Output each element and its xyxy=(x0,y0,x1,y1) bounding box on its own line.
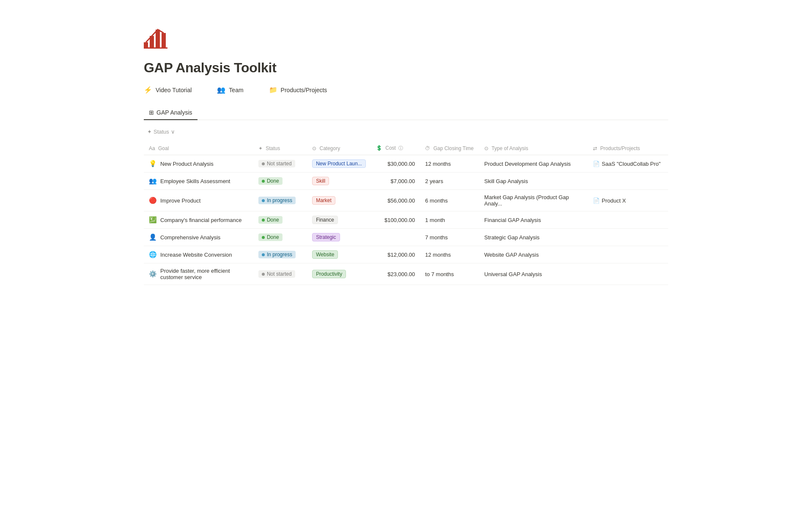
cell-category-1[interactable]: Skill xyxy=(307,173,371,190)
product-name: Product X xyxy=(602,197,626,204)
cell-type-1: Skill Gap Analysis xyxy=(479,173,588,190)
table-row[interactable]: ⚙️Provide faster, more efficient custome… xyxy=(144,263,668,285)
category-badge[interactable]: Market xyxy=(312,196,335,205)
cell-gap-time-2: 6 months xyxy=(420,190,479,211)
cell-category-0[interactable]: New Product Laun... xyxy=(307,155,371,173)
cell-type-4: Strategic Gap Analysis xyxy=(479,229,588,246)
goal-icon: ⚙️ xyxy=(149,270,157,278)
category-badge[interactable]: Strategic xyxy=(312,233,340,241)
cell-cost-5: $12,000.00 xyxy=(371,246,420,263)
status-dot xyxy=(262,253,265,256)
col-header-status: ✦ Status xyxy=(253,142,307,155)
col-cost-icon: 💲 xyxy=(376,145,382,151)
cell-goal-1: 👥Employee Skills Assessment xyxy=(144,173,253,190)
product-link[interactable]: 📄SaaS "CloudCollab Pro" xyxy=(593,161,661,167)
status-badge[interactable]: Not started xyxy=(258,160,295,167)
category-badge[interactable]: Website xyxy=(312,250,338,259)
cell-type-5: Website GAP Analysis xyxy=(479,246,588,263)
goal-icon: 👤 xyxy=(149,233,157,241)
nav-video-tutorial-label: Video Tutorial xyxy=(156,87,192,93)
status-badge[interactable]: In progress xyxy=(258,251,296,258)
product-link[interactable]: 📄Product X xyxy=(593,197,626,204)
goal-text: Employee Skills Assessment xyxy=(160,178,230,184)
goal-icon: 🔴 xyxy=(149,197,157,204)
goal-icon: 💡 xyxy=(149,160,157,167)
cell-category-2[interactable]: Market xyxy=(307,190,371,211)
cell-status-1[interactable]: Done xyxy=(253,173,307,190)
document-icon: 📄 xyxy=(593,197,600,204)
cell-category-3[interactable]: Finance xyxy=(307,211,371,229)
chevron-down-icon: ∨ xyxy=(171,129,175,135)
cell-status-6[interactable]: Not started xyxy=(253,263,307,285)
cell-goal-0: 💡New Product Analysis xyxy=(144,155,253,173)
table-row[interactable]: 🌐Increase Website ConversionIn progressW… xyxy=(144,246,668,263)
cell-type-2: Market Gap Analysis (Product Gap Analy..… xyxy=(479,190,588,211)
goal-text: New Product Analysis xyxy=(160,161,214,167)
status-badge[interactable]: Done xyxy=(258,177,283,185)
table-row[interactable]: 💹Company's financial performanceDoneFina… xyxy=(144,211,668,229)
cell-type-6: Universal GAP Analysis xyxy=(479,263,588,285)
col-cost-info-icon: ⓘ xyxy=(398,145,403,151)
table-row[interactable]: 👤Comprehensive AnalysisDoneStrategic7 mo… xyxy=(144,229,668,246)
cell-status-2[interactable]: In progress xyxy=(253,190,307,211)
status-dot xyxy=(262,180,265,183)
table-row[interactable]: 🔴Improve ProductIn progressMarket$56,000… xyxy=(144,190,668,211)
cell-goal-4: 👤Comprehensive Analysis xyxy=(144,229,253,246)
col-header-type-of-analysis: ⊙ Type of Analysis xyxy=(479,142,588,155)
col-gap-time-icon: ⏱ xyxy=(425,145,430,151)
cell-type-3: Financial GAP Analysis xyxy=(479,211,588,229)
col-category-icon: ⊙ xyxy=(312,145,316,151)
cell-status-4[interactable]: Done xyxy=(253,229,307,246)
goal-text: Provide faster, more efficient customer … xyxy=(160,268,248,280)
cell-status-0[interactable]: Not started xyxy=(253,155,307,173)
cell-product-1 xyxy=(588,173,668,190)
cell-product-3 xyxy=(588,211,668,229)
goal-text: Increase Website Conversion xyxy=(160,252,232,258)
nav-products-projects[interactable]: 📁 Products/Projects xyxy=(269,86,327,94)
filter-bar: ✦ Status ∨ xyxy=(144,127,668,137)
tab-gap-analysis[interactable]: ⊞ GAP Analysis xyxy=(144,106,198,120)
cell-status-3[interactable]: Done xyxy=(253,211,307,229)
filter-label: Status xyxy=(154,129,169,135)
nav-team[interactable]: 👥 Team xyxy=(217,86,243,94)
nav-links: ⚡ Video Tutorial 👥 Team 📁 Products/Proje… xyxy=(144,86,668,94)
cell-product-2[interactable]: 📄Product X xyxy=(588,190,668,211)
lightning-icon: ⚡ xyxy=(144,86,152,94)
page-title: GAP Analysis Toolkit xyxy=(144,60,668,76)
cell-goal-3: 💹Company's financial performance xyxy=(144,211,253,229)
cell-status-5[interactable]: In progress xyxy=(253,246,307,263)
status-badge[interactable]: In progress xyxy=(258,197,296,204)
cell-gap-time-1: 2 years xyxy=(420,173,479,190)
nav-video-tutorial[interactable]: ⚡ Video Tutorial xyxy=(144,86,192,94)
status-label: Not started xyxy=(267,161,292,167)
cell-gap-time-0: 12 months xyxy=(420,155,479,173)
col-header-products-projects: ⇄ Products/Projects xyxy=(588,142,668,155)
nav-products-projects-label: Products/Projects xyxy=(281,87,327,93)
category-badge[interactable]: New Product Laun... xyxy=(312,159,366,168)
col-header-goal: Aa Goal xyxy=(144,142,253,155)
table-row[interactable]: 💡New Product AnalysisNot startedNew Prod… xyxy=(144,155,668,173)
status-badge[interactable]: Not started xyxy=(258,270,295,278)
cell-product-6 xyxy=(588,263,668,285)
main-table: Aa Goal ✦ Status ⊙ Category 💲 Cost ⓘ xyxy=(144,142,668,285)
status-badge[interactable]: Done xyxy=(258,233,283,241)
status-label: Not started xyxy=(267,271,292,277)
category-badge[interactable]: Productivity xyxy=(312,270,346,278)
tab-gap-analysis-label: GAP Analysis xyxy=(156,109,192,116)
status-filter-button[interactable]: ✦ Status ∨ xyxy=(144,127,178,137)
cell-category-6[interactable]: Productivity xyxy=(307,263,371,285)
cell-category-5[interactable]: Website xyxy=(307,246,371,263)
cell-goal-2: 🔴Improve Product xyxy=(144,190,253,211)
goal-text: Company's financial performance xyxy=(160,217,242,223)
goal-icon: 💹 xyxy=(149,216,157,224)
table-row[interactable]: 👥Employee Skills AssessmentDoneSkill$7,0… xyxy=(144,173,668,190)
status-badge[interactable]: Done xyxy=(258,216,283,224)
category-badge[interactable]: Skill xyxy=(312,177,329,185)
cell-category-4[interactable]: Strategic xyxy=(307,229,371,246)
category-badge[interactable]: Finance xyxy=(312,216,338,224)
cell-product-0[interactable]: 📄SaaS "CloudCollab Pro" xyxy=(588,155,668,173)
status-dot xyxy=(262,273,265,276)
svg-rect-2 xyxy=(156,30,160,49)
cell-gap-time-4: 7 months xyxy=(420,229,479,246)
col-goal-icon: Aa xyxy=(149,145,155,151)
